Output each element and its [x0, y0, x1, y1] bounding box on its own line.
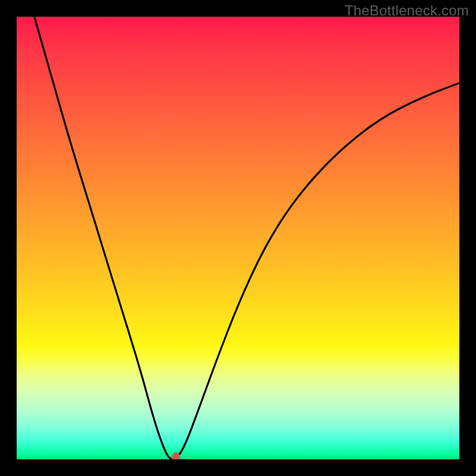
plot-area: [17, 17, 459, 459]
optimal-point-marker: [172, 452, 180, 459]
watermark-text: TheBottleneck.com: [345, 2, 469, 19]
bottleneck-curve: [17, 17, 459, 459]
chart-frame: TheBottleneck.com: [0, 0, 476, 476]
